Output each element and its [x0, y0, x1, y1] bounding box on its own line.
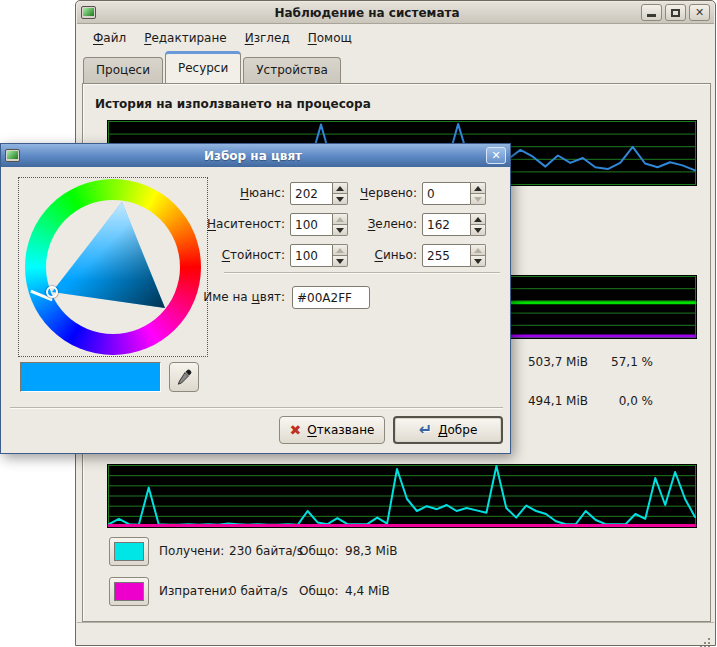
saturation-input[interactable]: [290, 213, 333, 236]
color-name-input[interactable]: [292, 286, 370, 309]
color-selection-marker[interactable]: [46, 286, 58, 298]
dialog-app-icon: [5, 149, 20, 162]
main-window-title: Наблюдение на системата: [96, 6, 638, 20]
menu-edit[interactable]: Редактиране: [136, 28, 235, 48]
minimize-button[interactable]: [641, 4, 662, 21]
arrow-down-icon: [474, 259, 482, 264]
value-label: Стойност:: [162, 244, 285, 267]
blue-input[interactable]: [422, 244, 471, 267]
green-spinbox: [422, 213, 486, 236]
green-decrement-button[interactable]: [471, 224, 486, 236]
sent-color-swatch: [114, 582, 144, 601]
blue-increment-button[interactable]: [471, 244, 486, 255]
green-input[interactable]: [422, 213, 471, 236]
hue-input[interactable]: [290, 182, 333, 205]
close-icon: ✕: [695, 6, 704, 19]
arrow-down-icon: [474, 197, 482, 202]
dialog-titlebar[interactable]: Избор на цвят ✕: [1, 144, 510, 167]
blue-label: Синьо:: [332, 244, 417, 267]
received-rate: 230 байта/s: [229, 537, 303, 566]
received-total-label: Общо:: [299, 537, 339, 566]
fields-separator: [224, 272, 500, 274]
value-input[interactable]: [290, 244, 333, 267]
menu-file[interactable]: Файл: [85, 28, 134, 48]
ok-enter-icon: ↵: [419, 422, 432, 438]
tab-devices[interactable]: Устройства: [243, 57, 341, 83]
eyedropper-button[interactable]: [169, 362, 199, 392]
statusbar: [77, 622, 714, 644]
memory-used-percent: 57,1 %: [583, 355, 653, 369]
color-name-label: Име на цвят:: [162, 286, 285, 309]
red-decrement-button[interactable]: [471, 193, 486, 205]
red-input[interactable]: [422, 182, 471, 205]
minimize-icon: [647, 14, 656, 17]
received-total: 98,3 MiB: [345, 537, 397, 566]
dialog-close-icon: ✕: [491, 149, 500, 162]
ok-button[interactable]: ↵ Добре: [393, 416, 503, 444]
network-history-chart: [107, 464, 697, 528]
color-picker-dialog: Избор на цвят ✕ Нюанс: Наситеност:: [0, 143, 511, 454]
menubar: Файл Редактиране Изглед Помощ: [77, 25, 714, 50]
tab-processes[interactable]: Процеси: [83, 57, 163, 83]
close-button[interactable]: ✕: [689, 4, 710, 21]
green-label: Зелено:: [332, 213, 417, 236]
blue-spinbox: [422, 244, 486, 267]
green-increment-button[interactable]: [471, 213, 486, 224]
saturation-label: Наситеност:: [162, 213, 285, 236]
red-label: Червено:: [332, 182, 417, 205]
system-monitor-app-icon: [81, 6, 96, 19]
eyedropper-icon: [175, 368, 193, 386]
maximize-button[interactable]: [665, 4, 686, 21]
hue-label: Нюанс:: [162, 182, 285, 205]
tab-resources[interactable]: Ресурси: [165, 51, 241, 83]
arrow-down-icon: [474, 228, 482, 233]
menu-help[interactable]: Помощ: [300, 28, 360, 48]
notebook-tabs: Процеси Ресурси Устройства: [83, 51, 343, 83]
received-color-swatch: [114, 542, 144, 561]
received-color-button[interactable]: [109, 537, 149, 566]
resize-grip[interactable]: [708, 638, 710, 640]
arrow-up-icon: [474, 186, 482, 191]
action-area-separator: [10, 407, 503, 409]
blue-decrement-button[interactable]: [471, 255, 486, 267]
dialog-close-button[interactable]: ✕: [486, 147, 506, 164]
selected-color-preview: [20, 362, 161, 392]
received-label: Получени:: [159, 537, 224, 566]
dialog-title: Избор на цвят: [20, 149, 486, 163]
ok-button-label: Добре: [438, 423, 477, 437]
arrow-up-icon: [474, 248, 482, 253]
cancel-button[interactable]: ✖ Отказване: [279, 416, 385, 444]
sent-total: 4,4 MiB: [345, 577, 390, 606]
menu-view[interactable]: Изглед: [237, 28, 298, 48]
cpu-history-heading: История на използването на процесора: [95, 97, 371, 111]
dialog-body: Нюанс: Наситеност: Стойност: Черв: [2, 167, 509, 452]
sent-label: Изпратени:: [159, 577, 231, 606]
sent-color-button[interactable]: [109, 577, 149, 606]
swap-used-percent: 0,0 %: [583, 394, 653, 408]
arrow-up-icon: [474, 217, 482, 222]
sent-rate: 0 байта/s: [229, 577, 288, 606]
main-titlebar[interactable]: Наблюдение на системата ✕: [77, 2, 714, 24]
cancel-button-label: Отказване: [307, 423, 374, 437]
sent-total-label: Общо:: [299, 577, 339, 606]
maximize-icon: [671, 9, 680, 17]
red-spinbox: [422, 182, 486, 205]
red-increment-button[interactable]: [471, 182, 486, 193]
cancel-x-icon: ✖: [290, 423, 302, 437]
